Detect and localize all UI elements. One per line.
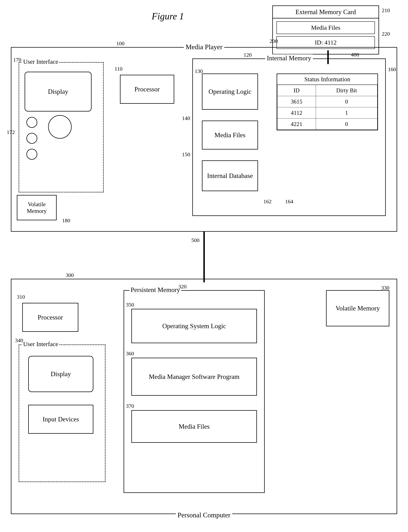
media-files-internal-box: Media Files <box>202 120 258 149</box>
ext-media-files-box: Media Files <box>276 21 375 34</box>
status-info-title: Status Information <box>277 74 377 85</box>
volatile-memory-box: Volatile Memory <box>17 195 57 220</box>
display-box: Display <box>25 72 92 112</box>
table-row: 41121 <box>277 107 377 119</box>
ann-100: 100 <box>116 40 125 47</box>
pc-input-devices-box: Input Devices <box>28 405 93 434</box>
pc-media-files-box: Media Files <box>131 410 257 443</box>
ann-340: 340 <box>15 337 23 343</box>
ann-360: 360 <box>126 351 134 357</box>
large-btn <box>48 115 72 139</box>
ext-memory-card-title: External Memory Card <box>273 6 379 18</box>
ann-180: 180 <box>62 217 70 223</box>
btn-3 <box>26 149 37 160</box>
ann-310: 310 <box>17 294 25 300</box>
ann-164: 164 <box>285 198 293 205</box>
row-dirty: 1 <box>316 107 377 119</box>
status-table: ID Dirty Bit 361504112142210 <box>277 85 377 130</box>
processor-box: Processor <box>120 75 174 104</box>
row-id: 3615 <box>277 96 316 107</box>
row-dirty: 0 <box>316 119 377 130</box>
operating-logic-box: Operating Logic <box>202 74 258 110</box>
ann-140: 140 <box>182 115 190 121</box>
device-buttons <box>26 117 37 165</box>
ann-160: 160 <box>388 66 396 72</box>
col-id-header: ID <box>277 85 316 96</box>
user-interface-box: User Interface Display <box>19 62 104 192</box>
ann-200: 200 <box>270 38 278 44</box>
media-player-title: Media Player <box>184 43 224 51</box>
pc-display-box: Display <box>28 356 93 392</box>
connection-line-500 <box>203 232 205 282</box>
ann-500: 500 <box>191 237 200 243</box>
personal-computer-outer: Personal Computer 300 Processor 310 User… <box>11 279 397 514</box>
ann-320: 320 <box>178 283 187 290</box>
ann-162: 162 <box>264 198 272 205</box>
row-id: 4112 <box>277 107 316 119</box>
ann-130: 130 <box>195 68 203 74</box>
internal-database-box: Internal Database <box>202 160 258 191</box>
btn-2 <box>26 133 37 144</box>
media-player-outer: Media Player 100 User Interface Display … <box>11 47 397 232</box>
ann-370: 370 <box>126 403 134 409</box>
pc-processor-box: Processor <box>22 303 78 332</box>
pc-ui-label: User Interface <box>22 341 59 348</box>
row-id: 4221 <box>277 119 316 130</box>
internal-memory-title: Internal Memory <box>265 54 313 62</box>
ann-330: 330 <box>381 285 389 291</box>
ann-172: 172 <box>7 129 15 135</box>
ann-350: 350 <box>126 301 134 308</box>
btn-1 <box>26 117 37 128</box>
persistent-memory-title: Persistent Memory <box>129 286 181 294</box>
ann-120: 120 <box>244 52 252 58</box>
personal-computer-title: Personal Computer <box>176 511 232 519</box>
col-dirty-header: Dirty Bit <box>316 85 377 96</box>
internal-memory-box: Internal Memory Operating Logic 130 Medi… <box>192 59 386 216</box>
ui-label: User Interface <box>22 58 59 65</box>
pc-volatile-memory-box: Volatile Memory <box>326 290 389 326</box>
page: Figure 1 External Memory Card Media File… <box>0 0 408 532</box>
table-row: 42210 <box>277 119 377 130</box>
ann-150: 150 <box>182 151 190 157</box>
row-dirty: 0 <box>316 96 377 107</box>
os-logic-box: Operating System Logic <box>131 309 257 343</box>
ann-170: 170 <box>13 57 21 63</box>
table-row: 36150 <box>277 96 377 107</box>
media-manager-box: Media Manager Software Program <box>131 358 257 396</box>
status-info-box: Status Information ID Dirty Bit 36150411… <box>277 74 378 130</box>
persistent-memory-box: Persistent Memory 320 Operating System L… <box>124 290 265 493</box>
ann-110: 110 <box>115 66 122 72</box>
ann-300: 300 <box>66 272 74 278</box>
pc-user-interface-box: User Interface Display Input Devices <box>19 344 105 482</box>
ann-220: 220 <box>382 31 390 37</box>
ann-210: 210 <box>382 7 390 13</box>
